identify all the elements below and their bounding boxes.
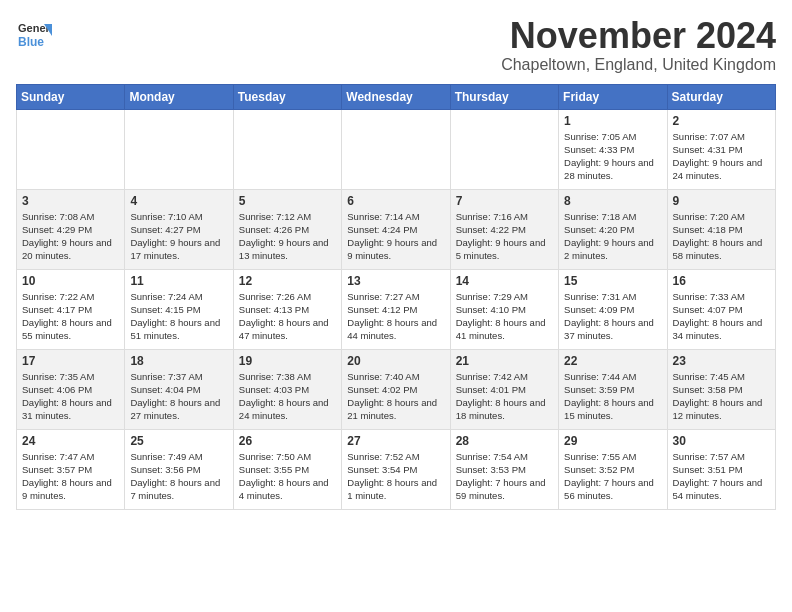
day-info: Sunrise: 7:26 AM Sunset: 4:13 PM Dayligh… bbox=[239, 290, 336, 343]
calendar-cell: 11Sunrise: 7:24 AM Sunset: 4:15 PM Dayli… bbox=[125, 269, 233, 349]
day-info: Sunrise: 7:10 AM Sunset: 4:27 PM Dayligh… bbox=[130, 210, 227, 263]
calendar-cell bbox=[450, 109, 558, 189]
column-header-saturday: Saturday bbox=[667, 84, 775, 109]
day-number: 26 bbox=[239, 434, 336, 448]
day-info: Sunrise: 7:20 AM Sunset: 4:18 PM Dayligh… bbox=[673, 210, 770, 263]
day-info: Sunrise: 7:31 AM Sunset: 4:09 PM Dayligh… bbox=[564, 290, 661, 343]
day-number: 10 bbox=[22, 274, 119, 288]
calendar-week-row: 24Sunrise: 7:47 AM Sunset: 3:57 PM Dayli… bbox=[17, 429, 776, 509]
day-info: Sunrise: 7:07 AM Sunset: 4:31 PM Dayligh… bbox=[673, 130, 770, 183]
calendar-cell: 25Sunrise: 7:49 AM Sunset: 3:56 PM Dayli… bbox=[125, 429, 233, 509]
day-number: 20 bbox=[347, 354, 444, 368]
day-number: 29 bbox=[564, 434, 661, 448]
day-number: 11 bbox=[130, 274, 227, 288]
calendar-cell: 13Sunrise: 7:27 AM Sunset: 4:12 PM Dayli… bbox=[342, 269, 450, 349]
day-number: 4 bbox=[130, 194, 227, 208]
column-header-tuesday: Tuesday bbox=[233, 84, 341, 109]
day-info: Sunrise: 7:14 AM Sunset: 4:24 PM Dayligh… bbox=[347, 210, 444, 263]
calendar-week-row: 17Sunrise: 7:35 AM Sunset: 4:06 PM Dayli… bbox=[17, 349, 776, 429]
day-info: Sunrise: 7:22 AM Sunset: 4:17 PM Dayligh… bbox=[22, 290, 119, 343]
calendar-cell: 4Sunrise: 7:10 AM Sunset: 4:27 PM Daylig… bbox=[125, 189, 233, 269]
column-header-monday: Monday bbox=[125, 84, 233, 109]
day-number: 24 bbox=[22, 434, 119, 448]
day-number: 27 bbox=[347, 434, 444, 448]
day-number: 2 bbox=[673, 114, 770, 128]
day-info: Sunrise: 7:18 AM Sunset: 4:20 PM Dayligh… bbox=[564, 210, 661, 263]
calendar-week-row: 3Sunrise: 7:08 AM Sunset: 4:29 PM Daylig… bbox=[17, 189, 776, 269]
calendar-cell bbox=[17, 109, 125, 189]
calendar-cell: 29Sunrise: 7:55 AM Sunset: 3:52 PM Dayli… bbox=[559, 429, 667, 509]
calendar-cell: 15Sunrise: 7:31 AM Sunset: 4:09 PM Dayli… bbox=[559, 269, 667, 349]
calendar-cell bbox=[233, 109, 341, 189]
calendar-cell: 8Sunrise: 7:18 AM Sunset: 4:20 PM Daylig… bbox=[559, 189, 667, 269]
page-header: General Blue November 2024 Chapeltown, E… bbox=[16, 16, 776, 74]
day-number: 13 bbox=[347, 274, 444, 288]
calendar-cell: 28Sunrise: 7:54 AM Sunset: 3:53 PM Dayli… bbox=[450, 429, 558, 509]
day-number: 25 bbox=[130, 434, 227, 448]
calendar-cell: 2Sunrise: 7:07 AM Sunset: 4:31 PM Daylig… bbox=[667, 109, 775, 189]
calendar-cell: 9Sunrise: 7:20 AM Sunset: 4:18 PM Daylig… bbox=[667, 189, 775, 269]
day-number: 18 bbox=[130, 354, 227, 368]
day-info: Sunrise: 7:38 AM Sunset: 4:03 PM Dayligh… bbox=[239, 370, 336, 423]
day-info: Sunrise: 7:29 AM Sunset: 4:10 PM Dayligh… bbox=[456, 290, 553, 343]
day-number: 6 bbox=[347, 194, 444, 208]
calendar-table: SundayMondayTuesdayWednesdayThursdayFrid… bbox=[16, 84, 776, 510]
calendar-cell: 1Sunrise: 7:05 AM Sunset: 4:33 PM Daylig… bbox=[559, 109, 667, 189]
column-header-sunday: Sunday bbox=[17, 84, 125, 109]
day-info: Sunrise: 7:45 AM Sunset: 3:58 PM Dayligh… bbox=[673, 370, 770, 423]
day-info: Sunrise: 7:40 AM Sunset: 4:02 PM Dayligh… bbox=[347, 370, 444, 423]
logo-icon: General Blue bbox=[16, 16, 52, 52]
calendar-cell: 18Sunrise: 7:37 AM Sunset: 4:04 PM Dayli… bbox=[125, 349, 233, 429]
day-info: Sunrise: 7:57 AM Sunset: 3:51 PM Dayligh… bbox=[673, 450, 770, 503]
calendar-cell: 7Sunrise: 7:16 AM Sunset: 4:22 PM Daylig… bbox=[450, 189, 558, 269]
calendar-cell: 3Sunrise: 7:08 AM Sunset: 4:29 PM Daylig… bbox=[17, 189, 125, 269]
calendar-week-row: 1Sunrise: 7:05 AM Sunset: 4:33 PM Daylig… bbox=[17, 109, 776, 189]
day-number: 22 bbox=[564, 354, 661, 368]
day-number: 14 bbox=[456, 274, 553, 288]
day-info: Sunrise: 7:47 AM Sunset: 3:57 PM Dayligh… bbox=[22, 450, 119, 503]
day-number: 9 bbox=[673, 194, 770, 208]
column-header-thursday: Thursday bbox=[450, 84, 558, 109]
day-info: Sunrise: 7:05 AM Sunset: 4:33 PM Dayligh… bbox=[564, 130, 661, 183]
day-info: Sunrise: 7:16 AM Sunset: 4:22 PM Dayligh… bbox=[456, 210, 553, 263]
day-number: 3 bbox=[22, 194, 119, 208]
day-info: Sunrise: 7:54 AM Sunset: 3:53 PM Dayligh… bbox=[456, 450, 553, 503]
day-number: 19 bbox=[239, 354, 336, 368]
day-info: Sunrise: 7:35 AM Sunset: 4:06 PM Dayligh… bbox=[22, 370, 119, 423]
calendar-cell: 14Sunrise: 7:29 AM Sunset: 4:10 PM Dayli… bbox=[450, 269, 558, 349]
calendar-cell: 17Sunrise: 7:35 AM Sunset: 4:06 PM Dayli… bbox=[17, 349, 125, 429]
day-info: Sunrise: 7:50 AM Sunset: 3:55 PM Dayligh… bbox=[239, 450, 336, 503]
calendar-cell: 5Sunrise: 7:12 AM Sunset: 4:26 PM Daylig… bbox=[233, 189, 341, 269]
day-number: 7 bbox=[456, 194, 553, 208]
day-number: 30 bbox=[673, 434, 770, 448]
calendar-cell: 6Sunrise: 7:14 AM Sunset: 4:24 PM Daylig… bbox=[342, 189, 450, 269]
day-info: Sunrise: 7:27 AM Sunset: 4:12 PM Dayligh… bbox=[347, 290, 444, 343]
day-number: 23 bbox=[673, 354, 770, 368]
calendar-cell: 30Sunrise: 7:57 AM Sunset: 3:51 PM Dayli… bbox=[667, 429, 775, 509]
day-number: 12 bbox=[239, 274, 336, 288]
day-info: Sunrise: 7:55 AM Sunset: 3:52 PM Dayligh… bbox=[564, 450, 661, 503]
column-header-friday: Friday bbox=[559, 84, 667, 109]
day-info: Sunrise: 7:37 AM Sunset: 4:04 PM Dayligh… bbox=[130, 370, 227, 423]
calendar-cell: 21Sunrise: 7:42 AM Sunset: 4:01 PM Dayli… bbox=[450, 349, 558, 429]
svg-text:Blue: Blue bbox=[18, 35, 44, 49]
calendar-header-row: SundayMondayTuesdayWednesdayThursdayFrid… bbox=[17, 84, 776, 109]
day-number: 1 bbox=[564, 114, 661, 128]
title-section: November 2024 Chapeltown, England, Unite… bbox=[501, 16, 776, 74]
calendar-cell: 16Sunrise: 7:33 AM Sunset: 4:07 PM Dayli… bbox=[667, 269, 775, 349]
calendar-cell: 24Sunrise: 7:47 AM Sunset: 3:57 PM Dayli… bbox=[17, 429, 125, 509]
logo: General Blue bbox=[16, 16, 52, 52]
day-info: Sunrise: 7:24 AM Sunset: 4:15 PM Dayligh… bbox=[130, 290, 227, 343]
calendar-cell: 12Sunrise: 7:26 AM Sunset: 4:13 PM Dayli… bbox=[233, 269, 341, 349]
day-info: Sunrise: 7:49 AM Sunset: 3:56 PM Dayligh… bbox=[130, 450, 227, 503]
day-info: Sunrise: 7:33 AM Sunset: 4:07 PM Dayligh… bbox=[673, 290, 770, 343]
location-title: Chapeltown, England, United Kingdom bbox=[501, 56, 776, 74]
calendar-cell bbox=[125, 109, 233, 189]
day-info: Sunrise: 7:52 AM Sunset: 3:54 PM Dayligh… bbox=[347, 450, 444, 503]
day-info: Sunrise: 7:08 AM Sunset: 4:29 PM Dayligh… bbox=[22, 210, 119, 263]
day-number: 21 bbox=[456, 354, 553, 368]
day-info: Sunrise: 7:42 AM Sunset: 4:01 PM Dayligh… bbox=[456, 370, 553, 423]
calendar-cell: 19Sunrise: 7:38 AM Sunset: 4:03 PM Dayli… bbox=[233, 349, 341, 429]
calendar-cell: 27Sunrise: 7:52 AM Sunset: 3:54 PM Dayli… bbox=[342, 429, 450, 509]
calendar-cell: 22Sunrise: 7:44 AM Sunset: 3:59 PM Dayli… bbox=[559, 349, 667, 429]
